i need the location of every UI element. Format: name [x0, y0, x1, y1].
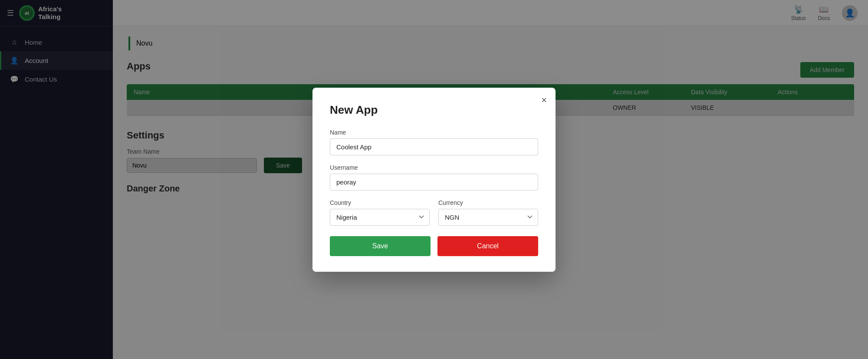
name-label: Name: [330, 129, 538, 136]
currency-select[interactable]: NGN KES GHS ZAR EGP: [438, 209, 538, 226]
modal-title: New App: [330, 103, 538, 117]
modal-save-button[interactable]: Save: [330, 236, 431, 256]
modal-close-button[interactable]: ×: [541, 96, 547, 105]
name-input[interactable]: [330, 138, 538, 155]
username-label: Username: [330, 164, 538, 171]
new-app-modal: × New App Name Username Country Nigeria …: [312, 88, 556, 272]
currency-label: Currency: [438, 199, 538, 206]
username-group: Username: [330, 164, 538, 191]
name-group: Name: [330, 129, 538, 155]
username-input[interactable]: [330, 174, 538, 191]
modal-actions: Save Cancel: [330, 236, 538, 256]
currency-group: Currency NGN KES GHS ZAR EGP: [438, 199, 538, 226]
modal-cancel-button[interactable]: Cancel: [437, 236, 538, 256]
country-currency-row: Country Nigeria Kenya Ghana South Africa…: [330, 199, 538, 226]
country-select[interactable]: Nigeria Kenya Ghana South Africa Egypt: [330, 209, 430, 226]
modal-overlay: × New App Name Username Country Nigeria …: [0, 0, 868, 359]
country-group: Country Nigeria Kenya Ghana South Africa…: [330, 199, 430, 226]
country-label: Country: [330, 199, 430, 206]
